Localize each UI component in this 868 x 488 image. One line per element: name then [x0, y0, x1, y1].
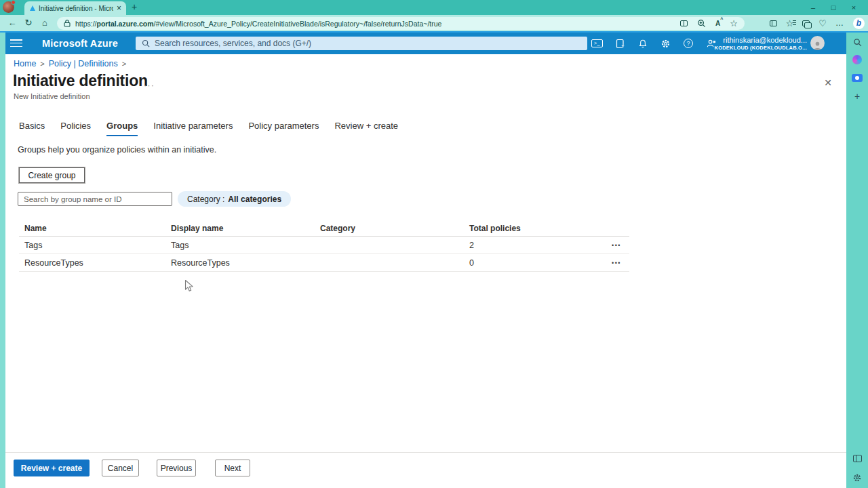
search-icon	[142, 39, 150, 47]
table-row[interactable]: Tags Tags 2 •••	[19, 237, 629, 254]
column-header-display-name[interactable]: Display name	[171, 224, 320, 233]
column-header-category[interactable]: Category	[320, 224, 469, 233]
help-icon[interactable]: ?	[684, 39, 693, 48]
tab-policy-parameters[interactable]: Policy parameters	[248, 121, 319, 136]
minimize-button[interactable]: –	[803, 0, 823, 15]
browser-essentials-icon[interactable]: ♡	[818, 19, 827, 28]
browser-toolbar: ← ↻ ⌂ https://portal.azure.com/#view/Mic…	[0, 15, 868, 31]
tab-groups[interactable]: Groups	[106, 121, 138, 136]
initiative-definition-blade: Home>Policy | Definitions> Initiative de…	[5, 54, 846, 488]
table-header-row: Name Display name Category Total policie…	[19, 220, 629, 237]
screen: { "browser": { "tab_title": "Initiative …	[0, 0, 868, 488]
notifications-bell-icon[interactable]	[638, 39, 648, 49]
category-filter[interactable]: Category : All categories	[178, 191, 291, 207]
url-text: https://portal.azure.com/#view/Microsoft…	[75, 20, 675, 28]
tab-basics[interactable]: Basics	[19, 121, 45, 136]
directory-filter-icon[interactable]	[616, 39, 625, 49]
breadcrumb: Home>Policy | Definitions>	[14, 59, 130, 68]
page-subtitle: New Initiative definition	[14, 92, 90, 100]
cancel-button[interactable]: Cancel	[102, 460, 139, 476]
home-button[interactable]: ⌂	[38, 17, 52, 29]
breadcrumb-policy-definitions-link[interactable]: Policy | Definitions	[49, 59, 118, 68]
review-create-button[interactable]: Review + create	[14, 460, 90, 476]
bing-copilot-icon[interactable]: b	[853, 18, 865, 29]
category-filter-label: Category :	[187, 195, 224, 204]
browser-tab[interactable]: Initiative definition - Microsoft A... ×	[24, 1, 126, 15]
tab-review-create[interactable]: Review + create	[334, 121, 398, 136]
azure-top-bar: Microsoft Azure >_ ?	[0, 33, 846, 54]
profile-notification-dot	[11, 0, 16, 5]
more-menu-icon[interactable]: …	[835, 19, 844, 27]
url-scheme: https://	[75, 20, 97, 28]
refresh-button[interactable]: ↻	[22, 17, 35, 29]
breadcrumb-separator: >	[40, 60, 44, 68]
tab-policies[interactable]: Policies	[60, 121, 91, 136]
favorites-bar-icon[interactable]: ☆	[786, 19, 794, 28]
sidebar-copilot-icon[interactable]	[846, 55, 868, 67]
cell-name: Tags	[19, 241, 171, 250]
table-row[interactable]: ResourceTypes ResourceTypes 0 •••	[19, 254, 629, 272]
next-button[interactable]: Next	[215, 460, 250, 476]
azure-header-icons: >_ ?	[591, 33, 716, 54]
create-group-button[interactable]: Create group	[19, 167, 85, 183]
url-path: /#view/Microsoft_Azure_Policy/CreateInit…	[154, 20, 442, 28]
breadcrumb-home-link[interactable]: Home	[14, 59, 36, 68]
split-screen-icon[interactable]	[770, 20, 777, 26]
address-bar[interactable]: https://portal.azure.com/#view/Microsoft…	[57, 17, 745, 30]
blade-more-icon[interactable]: ···	[144, 80, 155, 90]
row-context-menu-icon[interactable]: •••	[602, 260, 629, 266]
cloud-shell-icon[interactable]: >_	[591, 39, 603, 47]
close-window-button[interactable]: ×	[844, 0, 864, 15]
category-filter-value: All categories	[228, 195, 281, 204]
tab-initiative-parameters[interactable]: Initiative parameters	[153, 121, 233, 136]
previous-button[interactable]: Previous	[157, 460, 196, 476]
column-header-total-policies[interactable]: Total policies	[469, 224, 602, 233]
read-aloud-icon[interactable]: A^	[715, 20, 720, 27]
cell-name: ResourceTypes	[19, 258, 171, 268]
row-context-menu-icon[interactable]: •••	[602, 242, 629, 249]
column-header-name[interactable]: Name	[19, 224, 171, 233]
cell-total-policies: 2	[469, 241, 602, 250]
browser-profile-avatar[interactable]	[3, 1, 14, 13]
user-email: rithinskaria@kodekloud...	[715, 36, 807, 45]
group-search-input[interactable]	[18, 192, 172, 206]
window-controls: – □ ×	[803, 0, 864, 15]
wizard-tabs: Basics Policies Groups Initiative parame…	[19, 121, 398, 136]
collections-icon[interactable]	[802, 20, 810, 26]
sidebar-search-icon[interactable]	[846, 38, 868, 47]
browser-titlebar: Initiative definition - Microsoft A... ×…	[0, 0, 868, 15]
zoom-in-icon[interactable]	[697, 19, 706, 28]
user-tenant: KODEKLOUD (KODEKLOUDLAB.O...	[715, 45, 807, 51]
sidebar-panel-icon[interactable]	[846, 453, 868, 465]
new-tab-button[interactable]: +	[132, 1, 137, 12]
sidebar-image-tool-icon[interactable]	[846, 73, 868, 85]
azure-search-box[interactable]	[136, 37, 587, 50]
lock-icon	[64, 20, 71, 27]
settings-gear-icon[interactable]	[660, 39, 671, 49]
window-grid-icon[interactable]	[680, 20, 688, 26]
sidebar-settings-gear-icon[interactable]	[846, 473, 868, 483]
breadcrumb-separator: >	[122, 60, 126, 68]
azure-favicon	[30, 5, 35, 11]
maximize-button[interactable]: □	[823, 0, 844, 15]
mouse-cursor	[184, 279, 194, 293]
toolbar-extensions: ☆ ♡ … b	[770, 16, 865, 30]
back-button[interactable]: ←	[5, 17, 19, 29]
cell-total-policies: 0	[469, 258, 602, 268]
sidebar-add-icon[interactable]: +	[846, 91, 868, 102]
blade-close-icon[interactable]: ✕	[824, 77, 832, 88]
groups-table: Name Display name Category Total policie…	[19, 220, 629, 272]
window-left-edge	[0, 33, 5, 488]
page-title: Initiative definition	[13, 72, 148, 90]
hamburger-menu-icon[interactable]	[10, 39, 22, 47]
cell-display-name: Tags	[171, 241, 320, 250]
account-info[interactable]: rithinskaria@kodekloud... KODEKLOUD (KOD…	[715, 36, 807, 51]
tab-close-icon[interactable]: ×	[117, 4, 121, 12]
favorite-star-icon[interactable]: ☆	[730, 19, 738, 28]
azure-search-input[interactable]	[155, 39, 581, 48]
avatar-silhouette-icon	[812, 41, 823, 50]
azure-brand[interactable]: Microsoft Azure	[42, 38, 118, 49]
groups-description: Groups help you organize policies within…	[18, 145, 216, 155]
user-avatar[interactable]	[810, 36, 825, 50]
address-bar-actions: A^ ☆	[680, 19, 738, 28]
